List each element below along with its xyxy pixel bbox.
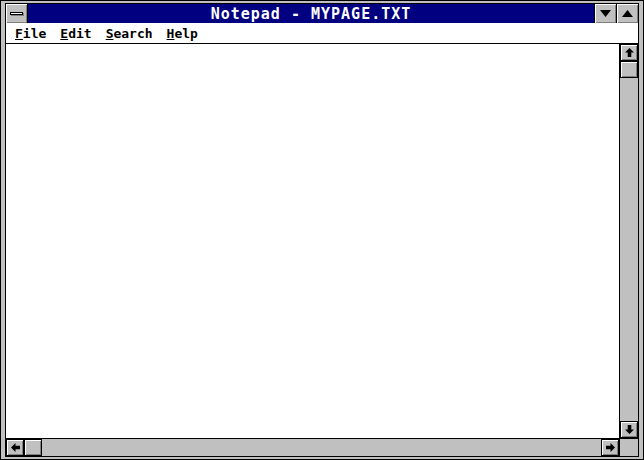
minimize-button[interactable]: [594, 4, 616, 23]
scroll-down-button[interactable]: [620, 421, 638, 438]
minimize-icon: [600, 10, 611, 17]
system-menu-icon: [10, 12, 23, 15]
maximize-button[interactable]: [616, 4, 638, 23]
vertical-scrollbar: [619, 44, 638, 438]
menu-item-label: Edit: [60, 26, 91, 41]
menu-item-search[interactable]: Search: [99, 23, 160, 43]
menu-item-help[interactable]: Help: [160, 23, 205, 43]
menu-item-label: Help: [167, 26, 198, 41]
text-area[interactable]: [6, 44, 619, 438]
horizontal-scrollbar: [6, 438, 619, 456]
menu-item-label: Search: [106, 26, 153, 41]
system-menu-button[interactable]: [6, 4, 28, 23]
scroll-left-button[interactable]: [6, 439, 24, 456]
scroll-left-icon: [11, 443, 20, 452]
title-bar[interactable]: Notepad - MYPAGE.TXT: [6, 4, 638, 23]
scroll-up-button[interactable]: [620, 44, 638, 61]
maximize-icon: [622, 10, 633, 17]
client-area: [6, 44, 638, 456]
window-inner-frame: Notepad - MYPAGE.TXT File Edit Search He…: [5, 3, 639, 457]
scroll-right-icon: [606, 443, 615, 452]
horizontal-scrollbar-thumb[interactable]: [24, 439, 42, 456]
menu-item-file[interactable]: File: [8, 23, 53, 43]
menu-item-edit[interactable]: Edit: [53, 23, 98, 43]
scroll-down-icon: [625, 425, 634, 434]
vertical-scrollbar-track[interactable]: [620, 78, 638, 421]
vertical-scrollbar-thumb[interactable]: [620, 61, 638, 78]
scroll-up-icon: [625, 48, 634, 57]
window-title: Notepad - MYPAGE.TXT: [28, 4, 594, 23]
menu-item-label: File: [15, 26, 46, 41]
notepad-window: Notepad - MYPAGE.TXT File Edit Search He…: [0, 0, 644, 460]
horizontal-scrollbar-track[interactable]: [42, 439, 601, 456]
scroll-right-button[interactable]: [601, 439, 619, 456]
scrollbar-corner: [619, 438, 638, 456]
menu-bar: File Edit Search Help: [6, 23, 638, 44]
